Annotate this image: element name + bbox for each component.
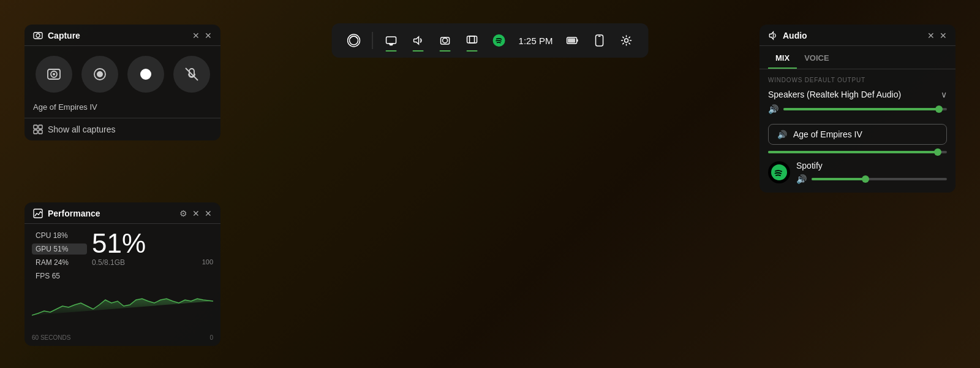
capture-pin-icon[interactable]: ✕ — [192, 31, 200, 40]
topbar-divider-1 — [372, 32, 373, 49]
display-icon[interactable] — [460, 28, 484, 53]
capture-icon[interactable] — [433, 28, 458, 53]
chart-label-right: 0 — [209, 334, 213, 341]
perf-close-icon[interactable]: ✕ — [205, 209, 212, 218]
svg-rect-25 — [34, 209, 42, 218]
svg-line-20 — [186, 68, 198, 80]
performance-panel-title: Performance — [33, 209, 100, 218]
record-now-button[interactable] — [127, 56, 164, 93]
capture-buttons — [24, 46, 221, 99]
capture-panel-controls: ✕ ✕ — [192, 31, 212, 40]
svg-point-19 — [97, 71, 103, 77]
app-audio-name: Age of Empires IV — [793, 129, 938, 139]
svg-point-2 — [443, 38, 448, 43]
svg-point-12 — [624, 39, 628, 42]
gpu-stat[interactable]: GPU 51% — [32, 243, 87, 255]
app-volume-slider-row — [760, 148, 956, 157]
capture-panel-title: Capture — [33, 31, 80, 40]
spotify-audio-name: Spotify — [796, 161, 947, 171]
svg-point-14 — [36, 34, 40, 37]
chart-label-left: 60 SECONDS — [32, 334, 70, 341]
record-button[interactable] — [81, 56, 118, 93]
audio-pin-icon[interactable]: ✕ — [927, 31, 935, 40]
audio-panel-header: Audio ✕ ✕ — [760, 25, 956, 46]
capture-panel-header: Capture ✕ ✕ — [24, 25, 221, 46]
settings-icon[interactable] — [614, 28, 638, 53]
svg-rect-22 — [39, 125, 42, 129]
ram-stat[interactable]: RAM 24% — [32, 257, 87, 268]
show-all-captures-button[interactable]: Show all captures — [24, 118, 221, 140]
audio-panel-title: Audio — [768, 31, 807, 40]
svg-rect-11 — [598, 36, 600, 37]
windows-volume-icon: 🔊 — [768, 104, 778, 114]
perf-sub-value: 0.5/8.1GB — [92, 258, 146, 267]
svg-rect-1 — [386, 37, 396, 44]
perf-settings-icon[interactable]: ⚙ — [179, 209, 187, 218]
screenshot-button[interactable] — [36, 56, 72, 93]
perf-max-value: 100 — [202, 258, 213, 266]
spotify-slider-col: Spotify 🔊 — [796, 161, 947, 184]
perf-stats: CPU 18% GPU 51% RAM 24% FPS 65 — [32, 230, 87, 282]
fps-stat[interactable]: FPS 65 — [32, 270, 87, 282]
xbox-icon[interactable] — [342, 28, 366, 53]
stream-icon[interactable] — [379, 28, 404, 53]
windows-volume-slider-row: 🔊 — [760, 104, 956, 120]
capture-panel: Capture ✕ ✕ Age of Empires IV Show all c… — [24, 25, 221, 140]
app-volume-icon: 🔊 — [777, 130, 787, 139]
svg-rect-8 — [576, 39, 578, 42]
spotify-topbar-icon[interactable] — [487, 28, 511, 53]
phone-icon — [587, 28, 611, 53]
capture-close-icon[interactable]: ✕ — [205, 31, 212, 40]
audio-close-icon[interactable]: ✕ — [940, 31, 947, 40]
audio-device-name: Speakers (Realtek High Def Audio) — [768, 90, 901, 99]
capture-game-name: Age of Empires IV — [24, 99, 221, 118]
audio-section-label: WINDOWS DEFAULT OUTPUT — [760, 69, 956, 87]
svg-point-34 — [771, 164, 787, 180]
performance-panel: Performance ⚙ ✕ ✕ CPU 18% GPU 51% RAM 24… — [24, 202, 221, 346]
perf-chart-labels: 60 SECONDS 0 — [24, 334, 221, 346]
svg-rect-5 — [470, 36, 475, 43]
performance-panel-controls: ⚙ ✕ ✕ — [179, 209, 212, 218]
tab-voice[interactable]: VOICE — [797, 48, 836, 69]
audio-panel: Audio ✕ ✕ MIX VOICE WINDOWS DEFAULT OUTP… — [760, 25, 956, 193]
spotify-logo — [768, 161, 790, 183]
svg-rect-9 — [568, 39, 575, 43]
mute-button[interactable] — [173, 56, 210, 93]
audio-panel-controls: ✕ ✕ — [927, 31, 947, 40]
perf-main: 51% 0.5/8.1GB 100 — [92, 230, 213, 282]
cpu-stat[interactable]: CPU 18% — [32, 230, 87, 241]
spotify-volume-slider[interactable] — [812, 178, 947, 180]
audio-device-row: Speakers (Realtek High Def Audio) ∨ — [760, 87, 956, 104]
svg-rect-24 — [39, 130, 42, 134]
volume-icon[interactable] — [406, 28, 431, 53]
tab-mix[interactable]: MIX — [768, 48, 797, 69]
spotify-audio-row: Spotify 🔊 — [760, 157, 956, 193]
svg-rect-4 — [467, 36, 477, 43]
topbar-time: 1:25 PM — [519, 36, 553, 46]
app-volume-slider[interactable] — [768, 151, 947, 153]
topbar: 1:25 PM — [332, 23, 649, 58]
performance-panel-header: Performance ⚙ ✕ ✕ — [24, 202, 221, 224]
audio-tabs: MIX VOICE — [760, 48, 956, 69]
spotify-volume-icon: 🔊 — [796, 174, 807, 184]
age-of-empires-audio-row: 🔊 Age of Empires IV — [768, 124, 947, 145]
svg-point-17 — [53, 73, 55, 75]
audio-device-chevron[interactable]: ∨ — [941, 90, 947, 99]
svg-rect-23 — [34, 130, 37, 134]
perf-pin-icon[interactable]: ✕ — [192, 209, 200, 218]
perf-chart — [24, 285, 221, 334]
battery-icon — [560, 28, 584, 53]
perf-percent-value: 51% — [92, 230, 146, 257]
svg-rect-21 — [34, 125, 37, 129]
performance-body: CPU 18% GPU 51% RAM 24% FPS 65 51% 0.5/8… — [24, 224, 221, 285]
windows-volume-slider[interactable] — [783, 108, 947, 110]
